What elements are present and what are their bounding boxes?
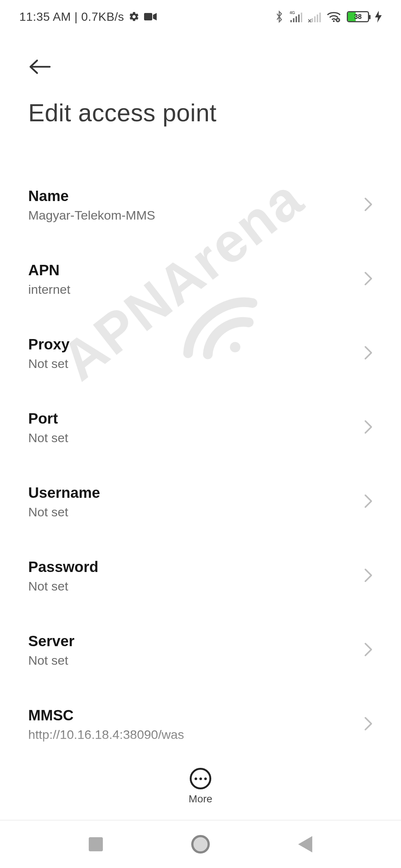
svg-rect-6 [301, 13, 302, 22]
setting-value: http://10.16.18.4:38090/was [28, 727, 184, 742]
svg-rect-8 [312, 18, 313, 22]
svg-rect-3 [293, 18, 294, 22]
status-bar: 11:35 AM | 0.7KB/s 4G 38 [0, 0, 401, 33]
setting-row-username[interactable]: UsernameNot set [28, 467, 373, 542]
setting-row-proxy[interactable]: ProxyNot set [28, 319, 373, 393]
setting-row-password[interactable]: PasswordNot set [28, 542, 373, 616]
chevron-right-icon [364, 345, 373, 362]
setting-label: APN [28, 262, 70, 279]
svg-rect-4 [296, 16, 297, 22]
battery-pct: 38 [348, 13, 368, 21]
charging-icon [375, 11, 382, 23]
setting-texts: PasswordNot set [28, 559, 98, 594]
chevron-right-icon [364, 420, 373, 436]
settings-list[interactable]: NameMagyar-Telekom-MMSAPNinternetProxyNo… [0, 171, 401, 769]
signal-4g-icon: 4G [290, 10, 302, 23]
more-button[interactable]: More [0, 768, 401, 805]
setting-texts: APNinternet [28, 262, 70, 297]
setting-texts: NameMagyar-Telekom-MMS [28, 188, 155, 223]
setting-label: Port [28, 410, 68, 427]
svg-rect-2 [290, 20, 292, 22]
chevron-right-icon [364, 568, 373, 584]
setting-label: MMSC [28, 707, 184, 724]
chevron-right-icon [364, 716, 373, 733]
setting-value: Magyar-Telekom-MMS [28, 208, 155, 223]
back-button[interactable] [28, 52, 58, 82]
status-right: 4G 38 [275, 10, 382, 23]
chevron-right-icon [364, 494, 373, 510]
setting-value: Not set [28, 505, 100, 519]
wifi-icon [327, 11, 341, 22]
data-rate: 0.7KB/s [81, 10, 124, 23]
setting-texts: ServerNot set [28, 633, 75, 668]
chevron-right-icon [364, 271, 373, 287]
battery-icon: 38 [347, 11, 369, 22]
setting-label: Server [28, 633, 75, 650]
setting-label: Name [28, 188, 155, 204]
setting-value: Not set [28, 579, 98, 594]
setting-label: Username [28, 484, 100, 501]
setting-row-server[interactable]: ServerNot set [28, 616, 373, 690]
setting-label: Password [28, 559, 98, 575]
time: 11:35 AM [19, 10, 71, 23]
more-label: More [189, 793, 212, 805]
setting-row-mmsc[interactable]: MMSChttp://10.16.18.4:38090/was [28, 690, 373, 764]
camera-icon [144, 12, 157, 21]
status-left: 11:35 AM | 0.7KB/s [19, 10, 157, 24]
setting-row-apn[interactable]: APNinternet [28, 245, 373, 319]
svg-rect-11 [319, 13, 321, 22]
arrow-left-icon [28, 59, 51, 75]
svg-text:4G: 4G [290, 10, 295, 15]
setting-texts: ProxyNot set [28, 336, 69, 371]
nav-back-button[interactable] [298, 836, 312, 852]
svg-rect-9 [314, 16, 316, 22]
system-nav-bar [0, 820, 401, 868]
more-icon [190, 768, 211, 789]
setting-value: Not set [28, 653, 75, 668]
appbar: Edit access point [0, 33, 401, 127]
clock-text: 11:35 AM | 0.7KB/s [19, 10, 124, 24]
setting-texts: UsernameNot set [28, 484, 100, 519]
bluetooth-icon [275, 10, 284, 23]
svg-point-12 [333, 20, 335, 22]
setting-value: internet [28, 282, 70, 297]
setting-row-port[interactable]: PortNot set [28, 393, 373, 467]
signal-nosim-icon [308, 10, 321, 23]
svg-rect-5 [298, 14, 300, 22]
setting-value: Not set [28, 431, 68, 445]
chevron-right-icon [364, 642, 373, 658]
setting-texts: MMSChttp://10.16.18.4:38090/was [28, 707, 184, 742]
svg-rect-0 [144, 13, 152, 20]
page-title: Edit access point [28, 99, 373, 127]
gear-icon [128, 11, 140, 22]
svg-rect-10 [317, 14, 318, 22]
setting-texts: PortNot set [28, 410, 68, 445]
chevron-right-icon [364, 197, 373, 213]
setting-row-name[interactable]: NameMagyar-Telekom-MMS [28, 171, 373, 245]
setting-value: Not set [28, 356, 69, 371]
home-button[interactable] [191, 835, 210, 854]
settings-list-viewport: NameMagyar-Telekom-MMSAPNinternetProxyNo… [0, 137, 401, 769]
recents-button[interactable] [89, 837, 103, 851]
setting-label: Proxy [28, 336, 69, 353]
